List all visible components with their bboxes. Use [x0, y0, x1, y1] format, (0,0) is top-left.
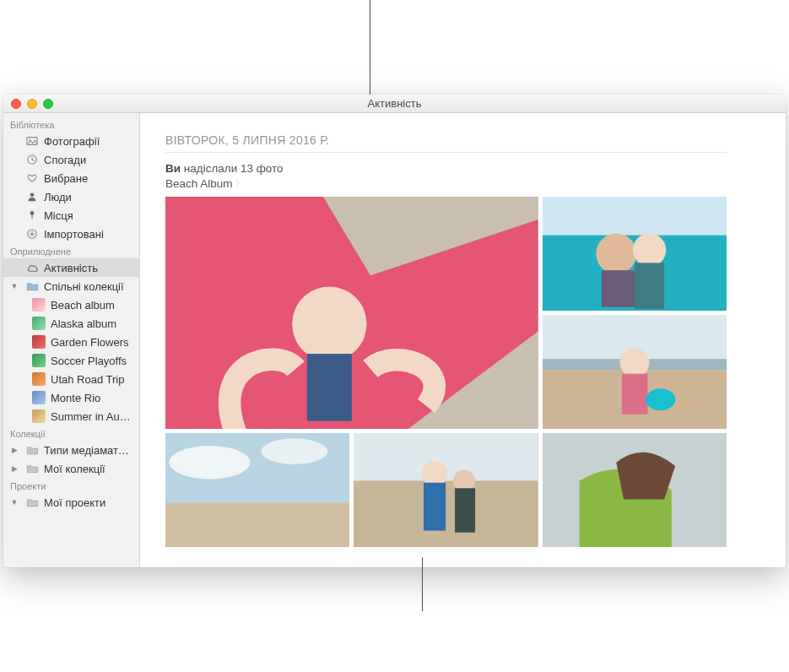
main-content: ВІВТОРОК, 5 ЛИПНЯ 2016 Р. Ви надіслали 1… [140, 113, 786, 567]
sidebar-item-label: Мої проекти [44, 496, 105, 509]
album-link[interactable]: Beach Album 〉 [165, 177, 727, 190]
window-body: Бібліотека Фотографії Спогади [3, 113, 786, 567]
heart-icon [25, 171, 39, 185]
sidebar-item-label: Summer in Aus… [51, 410, 132, 423]
sidebar-section-collections: Колекції [3, 425, 139, 441]
svg-rect-23 [165, 503, 349, 547]
svg-point-13 [633, 233, 666, 266]
folder-icon [25, 496, 39, 509]
sidebar-item-label: Garden Flowers [51, 336, 128, 349]
svg-point-19 [619, 348, 649, 377]
folder-icon [25, 462, 39, 475]
photo-tile[interactable] [543, 433, 727, 547]
album-thumb [32, 409, 46, 423]
sidebar-section-library: Бібліотека [3, 117, 139, 132]
sidebar-item-label: Мої колекції [44, 463, 105, 475]
svg-rect-29 [424, 483, 446, 531]
cloud-icon [25, 261, 39, 274]
svg-point-12 [596, 233, 636, 274]
sidebar-item-media-types[interactable]: ▶ Типи медіаматері… [3, 441, 139, 459]
sidebar-item-my-projects[interactable]: ▼ Мої проекти [3, 493, 139, 512]
sidebar-item-label: Utah Road Trip [51, 373, 124, 386]
sidebar-section-projects: Проекти [3, 478, 139, 493]
sidebar-album-soccer[interactable]: Soccer Playoffs [3, 351, 139, 370]
svg-rect-14 [602, 270, 639, 307]
disclosure-triangle-icon[interactable]: ▼ [10, 282, 19, 290]
traffic-lights [3, 99, 53, 109]
svg-point-3 [30, 193, 35, 198]
person-icon [25, 190, 39, 203]
sidebar-item-label: Soccer Playoffs [51, 355, 127, 367]
photos-icon [25, 134, 39, 148]
svg-point-8 [292, 286, 366, 360]
disclosure-triangle-icon[interactable]: ▶ [10, 446, 19, 454]
sidebar-item-label: Фотографії [44, 135, 100, 148]
sidebar-album-alaska[interactable]: Alaska album [3, 314, 139, 333]
sidebar-item-label: Спільні колекції [44, 280, 124, 293]
close-button[interactable] [11, 99, 21, 109]
photo-tile[interactable] [354, 433, 538, 547]
svg-rect-10 [543, 197, 727, 236]
minimize-button[interactable] [27, 99, 37, 109]
chevron-right-icon: 〉 [235, 177, 244, 189]
svg-rect-31 [455, 488, 475, 532]
import-icon [25, 227, 39, 241]
sidebar-item-label: Місця [44, 209, 73, 222]
album-name: Beach Album [165, 177, 233, 190]
activity-author: Ви [165, 162, 181, 175]
sidebar-item-imports[interactable]: Імпортовані [3, 225, 139, 243]
sidebar-item-people[interactable]: Люди [3, 187, 139, 206]
album-thumb [32, 372, 46, 386]
disclosure-triangle-icon[interactable]: ▶ [10, 464, 19, 473]
photo-tile[interactable] [165, 433, 349, 547]
svg-rect-5 [31, 214, 32, 219]
sidebar-item-label: Люди [44, 191, 72, 203]
pin-icon [25, 209, 39, 222]
sidebar-album-garden[interactable]: Garden Flowers [3, 333, 139, 351]
photo-tile[interactable] [165, 197, 538, 429]
album-thumb [32, 298, 46, 312]
sidebar-item-activity[interactable]: Активність [3, 258, 139, 277]
sidebar-item-shared-albums[interactable]: ▼ Спільні колекції [3, 277, 139, 295]
sidebar-item-label: Monte Rio [51, 392, 100, 404]
date-header: ВІВТОРОК, 5 ЛИПНЯ 2016 Р. [165, 133, 727, 153]
sidebar-item-label: Типи медіаматері… [44, 444, 132, 457]
sidebar-item-places[interactable]: Місця [3, 206, 139, 225]
sidebar-item-label: Імпортовані [44, 228, 104, 241]
album-thumb [32, 335, 46, 349]
maximize-button[interactable] [43, 99, 53, 109]
callout-line-bottom [422, 557, 423, 611]
app-window: Активність Бібліотека Фотографії Спогади [3, 95, 786, 567]
sidebar-item-memories[interactable]: Спогади [3, 150, 139, 169]
sidebar-album-monterio[interactable]: Monte Rio [3, 388, 139, 407]
sidebar-section-shared: Оприлюднене [3, 243, 139, 258]
svg-rect-9 [307, 354, 352, 420]
sidebar: Бібліотека Фотографії Спогади [3, 113, 140, 567]
photo-grid [165, 197, 727, 547]
photo-tile[interactable] [543, 315, 727, 429]
album-thumb [32, 317, 46, 330]
sidebar-item-label: Alaska album [51, 317, 116, 330]
svg-point-28 [422, 460, 448, 486]
activity-feed: ВІВТОРОК, 5 ЛИПНЯ 2016 Р. Ви надіслали 1… [140, 113, 786, 547]
folder-icon [25, 279, 39, 293]
sidebar-item-label: Вибране [44, 172, 88, 185]
sidebar-item-favorites[interactable]: Вибране [3, 169, 139, 187]
activity-text: надіслали 13 фото [181, 162, 284, 175]
svg-rect-15 [635, 263, 664, 309]
sidebar-album-beach[interactable]: Beach album [3, 295, 139, 314]
svg-point-21 [646, 388, 675, 410]
svg-rect-20 [622, 374, 648, 415]
svg-point-25 [262, 438, 328, 464]
sidebar-album-utah[interactable]: Utah Road Trip [3, 370, 139, 388]
clock-icon [25, 153, 39, 166]
sidebar-item-my-albums[interactable]: ▶ Мої колекції [3, 459, 139, 478]
photo-tile[interactable] [543, 197, 727, 311]
sidebar-album-summer[interactable]: Summer in Aus… [3, 407, 139, 425]
activity-summary: Ви надіслали 13 фото [165, 161, 727, 177]
svg-point-24 [169, 446, 250, 479]
sidebar-item-photos[interactable]: Фотографії [3, 132, 139, 150]
window-title: Активність [3, 97, 786, 110]
disclosure-triangle-icon[interactable]: ▼ [10, 498, 19, 507]
titlebar: Активність [3, 95, 786, 113]
